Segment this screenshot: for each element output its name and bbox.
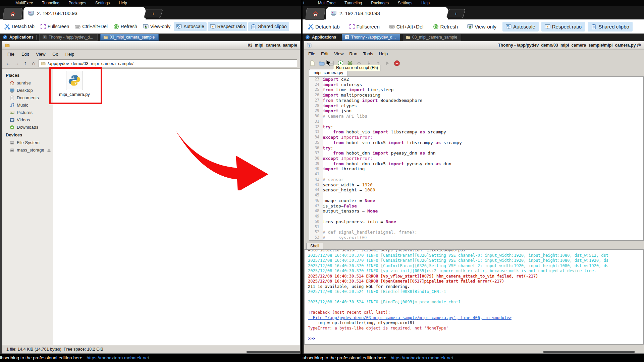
code-text: import threading [323,166,365,172]
refresh-button[interactable]: Refresh [111,22,140,31]
sidebar-item-videos[interactable]: Videos [2,116,53,124]
code-line: 45 [309,193,643,198]
new-file-icon[interactable] [310,60,315,66]
eject-icon[interactable] [47,148,51,153]
back-button[interactable]: ← [5,60,12,66]
line-number: 51 [309,225,323,230]
menu-tunneling[interactable]: Tunneling [42,1,59,5]
task-button-file-manager[interactable]: 03_mipi_camera_sample [403,34,461,41]
sidebar-item-music[interactable]: Music [2,102,53,109]
menu-multiexec[interactable]: MultiExec [15,1,33,5]
fm-menu-edit[interactable]: Edit [21,52,29,57]
code-text: from hobot_vio import libsrcampy as srca… [323,129,446,135]
applications-menu[interactable]: Applications [305,35,336,40]
task-button-file-manager[interactable]: 03_mipi_camera_sample [100,34,159,41]
fm-menu-file[interactable]: File [7,52,14,57]
session-tab[interactable]: 2. 192.168.100.93 [23,7,146,19]
line-number: 42 [309,177,323,182]
menu-help[interactable]: Help [421,1,430,5]
home-tab[interactable] [3,8,23,20]
thonny-menu-help[interactable]: Help [379,51,388,56]
view-only-button[interactable]: View-only [464,22,500,32]
thonny-menu-file[interactable]: File [308,51,315,56]
refresh-button[interactable]: Refresh [430,22,462,32]
status-text: 1 file: 14.4 KiB (14,761 bytes), Free sp… [6,347,103,352]
code-text: import ctypes [323,103,357,109]
ctrl-alt-del-button[interactable]: Ctrl+Alt+Del [72,22,110,31]
menu-help[interactable]: Help [119,1,127,5]
thonny-menu-edit[interactable]: Edit [321,51,328,56]
thonny-menu-run[interactable]: Run [349,51,357,56]
home-button[interactable]: ⌂ [30,60,37,66]
ctrl-alt-del-button[interactable]: Ctrl+Alt+Del [386,22,427,32]
sidebar-item-downloads[interactable]: Downloads [2,124,53,131]
menu-settings[interactable]: Settings [398,1,412,5]
shell-output[interactable]: Auto selected sensor: sc230ai 60fps (Res… [304,249,644,345]
forward-button[interactable]: → [13,60,20,66]
detach-tab-button[interactable]: Detach tab [2,22,37,31]
shared-clipboard-button[interactable]: Shared clipbo [248,22,289,31]
sidebar-item-documents[interactable]: Documents [2,94,53,102]
thonny-menu-tools[interactable]: Tools [363,51,373,56]
applications-menu[interactable]: Applications [3,35,34,40]
menu-packages[interactable]: Packages [68,1,86,5]
shell-line [308,295,643,300]
menu-packages[interactable]: Packages [371,1,389,5]
respect-ratio-button[interactable]: Respect ratio [541,22,585,32]
respect-ratio-button[interactable]: Respect ratio [208,22,247,31]
thonny-menu-view[interactable]: View [334,51,343,56]
task-button-thonny[interactable]: T Thonny - /app/pydev_d... [342,34,400,41]
new-tab-button[interactable]: + [446,9,466,18]
file-view[interactable]: mipi_camera.py [53,69,300,345]
up-button[interactable]: ↑ [22,60,29,66]
shell-line: >>> [308,336,643,342]
thonny-titlebar[interactable]: T Thonny - /app/pydev_demo/03_mipi_camer… [304,41,644,50]
code-line: 37 from hobot_dnn import pyeasy_dnn as d… [309,150,643,156]
menu-settings[interactable]: Settings [95,1,110,5]
sidebar-item-file-system[interactable]: File System [2,139,53,146]
shell-tab[interactable]: Shell [306,243,323,249]
sidebar-item-desktop[interactable]: Desktop [2,87,53,94]
code-text: try: [323,145,333,151]
new-tab-button[interactable]: + [144,9,163,18]
session-tab[interactable]: 2. 192.168.100.93 [326,7,448,19]
detach-tab-button[interactable]: Detach tab [305,22,343,32]
shell-line: 2025/12/08 16:40:30.370 !INFO [CamInitPa… [308,263,643,269]
stop-icon[interactable] [394,60,400,66]
path-input[interactable]: /app/pydev_demo/03_mipi_camera_sample/ [39,59,297,67]
line-number: 52 [309,230,323,235]
sidebar-item-mass-storage[interactable]: mass_storage [2,146,53,154]
file-manager-title: 03_mipi_camera_sample [248,43,297,48]
banner-link[interactable]: https://mobaxterm.mobatek.net [87,355,149,360]
shared-clipboard-button[interactable]: Shared clipbo [588,22,633,32]
home-tab[interactable] [305,8,325,20]
autoscale-button[interactable]: Autoscale [174,22,206,31]
code-line: 40 import threading [309,166,643,172]
line-number: 50 [309,219,323,225]
resume-icon[interactable] [385,60,390,66]
shared-clipboard-label: Shared clipbo [598,24,629,29]
fullscreen-button[interactable]: Fullscreen [346,22,383,32]
task-button-thonny[interactable]: T Thonny - /app/pydev_d... [39,34,98,41]
horizontal-scrollbar-thumb[interactable] [543,351,635,353]
fullscreen-icon [349,24,355,29]
shell-line: 2025/12/08 16:40:30.370 !INFO [CamInitPa… [308,258,643,263]
autoscale-button[interactable]: Autoscale [502,22,539,32]
code-editor[interactable]: 23 import cv2 24 import colorsys 25 from… [309,76,644,241]
menu-multiexec[interactable]: MultiExec [318,1,335,5]
fm-menu-help[interactable]: Help [65,52,74,57]
view-only-button[interactable]: View-only [141,22,173,31]
devices-header: Devices [2,131,53,139]
fullscreen-button[interactable]: Fullscreen [38,22,72,31]
banner-link[interactable]: https://mobaxterm.mobatek.net [391,355,453,360]
sidebar-item-sunrise[interactable]: sunrise [2,79,53,87]
horizontal-scrollbar-thumb[interactable] [247,351,300,353]
menu-tunneling[interactable]: Tunneling [344,1,362,5]
sidebar-item-pictures[interactable]: Pictures [2,109,53,116]
fm-menu-go[interactable]: Go [52,52,58,57]
open-file-icon[interactable] [319,60,325,66]
fm-menu-view[interactable]: View [36,52,45,57]
respect-ratio-label: Respect ratio [217,24,245,29]
file-manager-titlebar[interactable]: 03_mipi_camera_sample [2,41,300,50]
code-line: 50 fcos_postprocess_info = None [309,219,643,225]
